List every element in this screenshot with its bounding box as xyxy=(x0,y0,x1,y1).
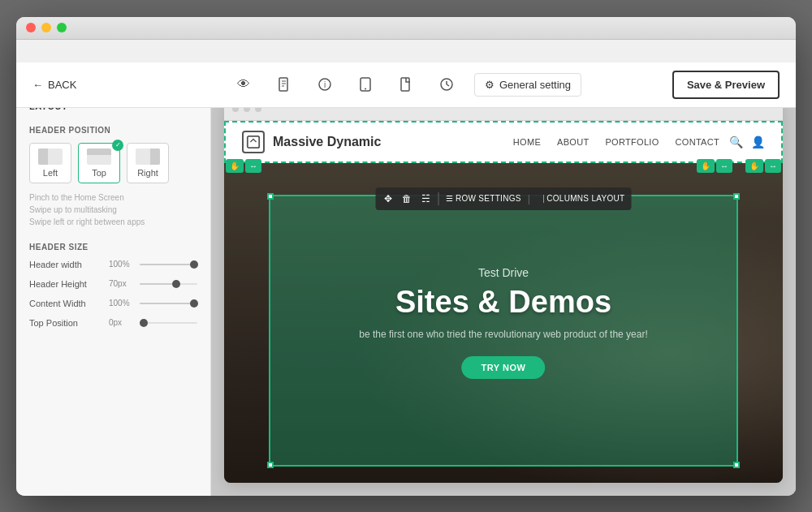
window-content: ← BACK 👁 i xyxy=(16,40,796,496)
file-icon[interactable] xyxy=(271,71,297,97)
clock-icon[interactable] xyxy=(434,71,460,97)
handle-group-right: ✋ ↔ xyxy=(697,159,732,173)
toolbar-left: ← BACK xyxy=(32,79,162,91)
header-position-title: HEADER POSITION xyxy=(29,126,197,135)
nav-home[interactable]: HOME xyxy=(513,137,541,147)
handle-group-left: ✋ ↔ xyxy=(226,159,261,173)
svg-text:i: i xyxy=(324,80,326,89)
position-top-label: Top xyxy=(92,168,106,178)
row-settings-label[interactable]: ☰ ROW SETTINGS xyxy=(446,194,521,203)
top-toolbar: ← BACK 👁 i xyxy=(16,62,796,108)
header-height-slider[interactable] xyxy=(140,283,197,285)
site-hero: ✥ 🗑 ☵ ☰ ROW SETTINGS | ⎹ COLUMNS LAYOUT xyxy=(224,163,783,483)
website-preview: Massive Dynamic HOME ABOUT PORTFOLIO CON… xyxy=(224,121,783,483)
hero-title: Sites & Demos xyxy=(308,286,699,320)
position-option-left[interactable]: Left xyxy=(29,143,71,183)
top-position-label: Top Position xyxy=(29,318,102,328)
site-logo-icon xyxy=(242,131,265,153)
sidebar: LAYOUT HEADER POSITION Left ✓ Top xyxy=(16,85,211,496)
info-icon[interactable]: i xyxy=(312,71,338,97)
content-width-row: Content Width 100% xyxy=(29,299,197,308)
search-icon[interactable]: 🔍 xyxy=(729,136,743,148)
back-arrow-icon: ← xyxy=(32,79,43,91)
hint-text: Pinch to the Home Screen Swipe up to mul… xyxy=(29,191,197,228)
header-height-row: Header Height 70px xyxy=(29,279,197,289)
row-delete-icon[interactable]: 🗑 xyxy=(400,191,413,206)
svg-rect-8 xyxy=(401,78,409,91)
header-position-options: Left ✓ Top Right xyxy=(29,143,197,183)
columns-layout-label[interactable]: ⎹ COLUMNS LAYOUT xyxy=(537,194,625,204)
content-width-value: 100% xyxy=(109,299,133,308)
toolbar-center: 👁 i xyxy=(162,71,650,97)
header-width-slider[interactable] xyxy=(140,264,197,265)
back-button[interactable]: ← BACK xyxy=(32,79,76,91)
svg-line-11 xyxy=(447,84,449,86)
position-icon-right xyxy=(136,148,160,165)
row-toolbar-divider-1 xyxy=(438,192,439,205)
position-option-top[interactable]: ✓ Top xyxy=(78,143,120,183)
mac-window: ← BACK 👁 i xyxy=(16,17,796,496)
gear-icon: ⚙ xyxy=(485,79,495,91)
user-icon[interactable]: 👤 xyxy=(751,136,765,148)
nav-about[interactable]: ABOUT xyxy=(557,137,589,147)
app-wrapper: ← BACK 👁 i xyxy=(0,0,812,512)
nav-portfolio[interactable]: PORTFOLIO xyxy=(605,137,659,147)
close-button[interactable] xyxy=(26,23,36,32)
header-width-row: Header width 100% xyxy=(29,260,197,269)
header-height-value: 70px xyxy=(109,279,133,288)
top-position-row: Top Position 0px xyxy=(29,318,197,328)
eye-icon[interactable]: 👁 xyxy=(231,71,257,97)
save-preview-button[interactable]: Save & Preview xyxy=(672,71,780,99)
hero-cta-button[interactable]: TRY NOW xyxy=(462,356,546,379)
preview-area: Massive Dynamic HOME ABOUT PORTFOLIO CON… xyxy=(211,85,796,496)
browser-frame: Massive Dynamic HOME ABOUT PORTFOLIO CON… xyxy=(224,98,783,483)
general-setting-button[interactable]: ⚙ General setting xyxy=(474,73,581,97)
nav-contact[interactable]: CONTACT xyxy=(676,137,719,147)
site-header-actions: 🔍 👤 xyxy=(729,136,765,148)
resize-handle-left[interactable]: ↔ xyxy=(245,159,261,173)
content-width-slider[interactable] xyxy=(140,303,197,304)
move-handle-far-right[interactable]: ✋ xyxy=(745,159,763,173)
position-icon-top xyxy=(87,148,111,165)
resize-handle-far-right[interactable]: ↔ xyxy=(765,159,781,173)
top-position-slider[interactable] xyxy=(140,322,197,324)
header-width-label: Header width xyxy=(29,260,102,269)
row-move-icon[interactable]: ✥ xyxy=(382,191,394,206)
site-logo-text: Massive Dynamic xyxy=(273,135,381,149)
site-header: Massive Dynamic HOME ABOUT PORTFOLIO CON… xyxy=(224,121,783,163)
row-duplicate-icon[interactable]: ☵ xyxy=(420,191,432,206)
toolbar-right: Save & Preview xyxy=(650,71,780,99)
svg-rect-0 xyxy=(279,78,287,91)
move-handle-left[interactable]: ✋ xyxy=(226,159,244,173)
header-size-title: HEADER SIZE xyxy=(29,243,197,252)
minimize-button[interactable] xyxy=(41,23,51,32)
title-bar xyxy=(16,17,796,40)
top-position-value: 0px xyxy=(109,318,133,327)
back-label: BACK xyxy=(48,79,76,91)
header-width-value: 100% xyxy=(109,260,133,269)
handle-group-far-right: ✋ ↔ xyxy=(745,159,781,173)
hero-tagline: Test Drive xyxy=(308,266,699,279)
header-height-label: Header Height xyxy=(29,279,102,289)
position-option-right[interactable]: Right xyxy=(127,143,169,183)
position-active-check: ✓ xyxy=(112,140,123,151)
resize-handle-right[interactable]: ↔ xyxy=(716,159,732,173)
position-right-label: Right xyxy=(137,168,158,178)
row-toolbar-separator: | xyxy=(528,193,530,204)
svg-point-7 xyxy=(365,88,366,90)
maximize-button[interactable] xyxy=(57,23,67,32)
site-nav: HOME ABOUT PORTFOLIO CONTACT xyxy=(513,137,719,147)
content-width-label: Content Width xyxy=(29,299,102,308)
position-left-label: Left xyxy=(43,168,58,178)
row-toolbar: ✥ 🗑 ☵ ☰ ROW SETTINGS | ⎹ COLUMNS LAYOUT xyxy=(376,187,632,210)
hero-content: Test Drive Sites & Demos be the first on… xyxy=(308,266,699,380)
hero-subtitle: be the first one who tried the revolutio… xyxy=(308,329,699,340)
position-icon-left xyxy=(38,148,63,165)
site-logo-area: Massive Dynamic xyxy=(242,131,513,153)
general-setting-label: General setting xyxy=(499,79,571,91)
file-alt-icon[interactable] xyxy=(393,71,419,97)
main-container: LAYOUT HEADER POSITION Left ✓ Top xyxy=(16,85,796,496)
move-handle-right[interactable]: ✋ xyxy=(697,159,715,173)
svg-rect-12 xyxy=(248,136,259,147)
tablet-icon[interactable] xyxy=(352,71,378,97)
